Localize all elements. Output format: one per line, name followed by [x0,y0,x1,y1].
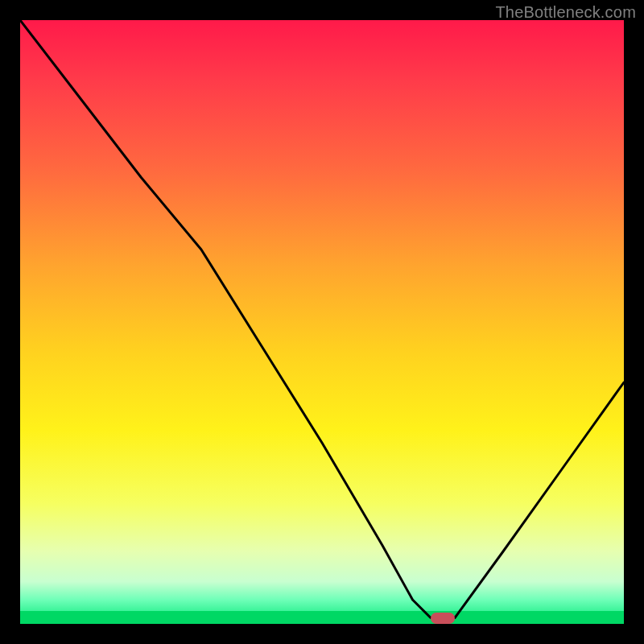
optimal-point-marker [431,613,455,624]
plot-area [20,20,624,624]
watermark-text: TheBottleneck.com [495,3,636,22]
bottleneck-curve [20,20,624,618]
chart-stage: TheBottleneck.com [0,0,644,644]
curve-layer [20,20,624,624]
